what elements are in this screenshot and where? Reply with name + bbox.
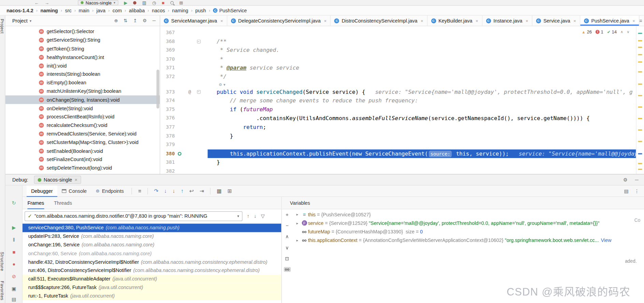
tree-item-method[interactable]: mrecalculateChecksum():void [5, 121, 160, 130]
run-icon[interactable]: ▶ [124, 0, 127, 5]
tree-item-method[interactable]: monChange(String, Instances):void [5, 96, 160, 104]
pause-icon[interactable]: ‖ [5, 237, 23, 243]
tree-item-method[interactable]: mgetToken():String [5, 44, 160, 53]
code-line[interactable]: 371 * @param service service [160, 63, 636, 72]
editor-gutter[interactable]: 372 [160, 72, 207, 81]
run-to-cursor-icon[interactable]: ⇥ [197, 188, 207, 194]
variable-row[interactable]: ▸≡this = {PushService@10527} [294, 210, 644, 219]
stripe-mark[interactable] [638, 71, 642, 73]
editor-gutter[interactable]: 375 [160, 105, 207, 114]
stop-icon[interactable]: ■ [5, 249, 23, 255]
filter-frames-icon[interactable]: ▽ [261, 213, 264, 219]
panel-divider[interactable] [160, 16, 160, 174]
fold-marker-icon[interactable]: − [197, 40, 201, 43]
breadcrumb-item[interactable]: nacos [152, 8, 165, 13]
code-line[interactable]: 367 [160, 28, 636, 37]
project-scrollbar[interactable] [156, 70, 159, 109]
close-icon[interactable]: × [476, 18, 478, 23]
code-line[interactable]: 377 return; [160, 123, 636, 132]
error-stripe[interactable] [636, 26, 644, 174]
editor-gutter[interactable]: 371 [160, 63, 207, 72]
tool-button-structure[interactable]: Structure [0, 252, 5, 271]
editor-tab[interactable]: CService.java× [532, 16, 580, 26]
stripe-mark[interactable] [638, 40, 642, 42]
editor-gutter[interactable]: 370 [160, 55, 207, 64]
tool-button-favorites[interactable]: Favorites [0, 281, 5, 301]
code-vision-inlay[interactable]: ⚙▾ [160, 81, 636, 87]
stop-icon[interactable]: ■ [162, 0, 164, 5]
stripe-mark[interactable] [638, 106, 642, 108]
stack-frame-row[interactable]: handle:432, DistroConsistencyServiceImpl… [23, 258, 281, 266]
editor-tab[interactable]: CInstance.java× [482, 16, 532, 26]
code-line[interactable]: 368−/** [160, 37, 636, 46]
more-icon[interactable]: ⋮ [634, 188, 639, 194]
code-line[interactable]: 380 this.applicationContext.publishEvent… [160, 149, 636, 158]
code-line[interactable]: 372 */ [160, 72, 636, 81]
profiler-icon[interactable]: ◷ [152, 0, 156, 5]
variable-row[interactable]: ▸oothis.applicationContext = {Annotation… [294, 236, 644, 244]
code-line[interactable]: 381} [160, 158, 636, 167]
thread-selector[interactable]: ✓ "com.alibaba.nacos.naming.distro.notif… [25, 211, 242, 221]
forward-icon[interactable]: → [45, 0, 49, 5]
breadcrumb-item[interactable]: CPushService [213, 8, 247, 13]
stack-frame-row[interactable]: run$$$capture:266, FutureTask(java.util.… [23, 283, 281, 292]
stripe-mark[interactable] [638, 141, 642, 142]
stripe-mark[interactable] [638, 153, 642, 155]
tree-item-method[interactable]: mprocessClientBeat(RsInfo):void [5, 113, 160, 121]
code-line[interactable]: 373@−public void serviceChanged(Service … [160, 87, 636, 96]
tool-button-project[interactable]: Project [0, 19, 5, 33]
editor-tab[interactable]: CKeyBuilder.java× [427, 16, 482, 26]
tree-item-method[interactable]: minit():void [5, 61, 160, 70]
back-icon[interactable]: ← [34, 0, 39, 5]
stripe-mark[interactable] [638, 95, 642, 96]
tree-item-method[interactable]: mgetSelector():Selector [5, 27, 160, 36]
next-frame-icon[interactable]: ↓ [254, 213, 256, 219]
editor-tab[interactable]: CDistroConsistencyServiceImpl.java× [331, 16, 427, 26]
tree-item-method[interactable]: msetFinalizeCount(int):void [5, 155, 160, 164]
code-line[interactable]: 379 [160, 141, 636, 149]
debug-session-tab[interactable]: Nacos-single × [34, 176, 81, 184]
tree-item-method[interactable]: mmatchUnlistenKey(String):boolean [5, 87, 160, 96]
tab-console[interactable]: Console [57, 185, 91, 197]
code-line[interactable]: 369 * Service changed. [160, 46, 636, 55]
move-watch-down-icon[interactable]: ∨ [285, 245, 289, 251]
tree-item-method[interactable]: mhealthyInstanceCount():int [5, 53, 160, 61]
tree-item-method[interactable]: mgetServiceString():String [5, 36, 160, 44]
code-line[interactable]: 375 if (futureMap [160, 105, 636, 114]
hide-panel-icon[interactable]: ─ [635, 177, 639, 183]
breadcrumb-item[interactable]: src [65, 8, 71, 13]
rerun-icon[interactable]: ↻ [5, 200, 23, 206]
gear-icon[interactable]: ⚙ [623, 177, 628, 183]
resume-icon[interactable]: ▶ [5, 225, 23, 231]
hide-panel-icon[interactable]: ─ [153, 18, 156, 24]
editor-gutter[interactable]: 380 [160, 149, 207, 158]
move-watch-up-icon[interactable]: ∧ [285, 234, 289, 240]
step-over-icon[interactable]: ↓ [161, 188, 170, 194]
tree-item-method[interactable]: misEmpty():boolean [5, 78, 160, 87]
stripe-mark[interactable] [638, 33, 642, 34]
stack-frame-row[interactable]: updateIPs:283, Service(com.alibaba.nacos… [23, 232, 281, 241]
prev-frame-icon[interactable]: ↑ [247, 213, 249, 219]
close-icon[interactable]: × [632, 18, 635, 23]
stack-frame-row[interactable]: serviceChanged:380, PushService(com.alib… [23, 223, 281, 232]
close-icon[interactable]: × [573, 18, 576, 23]
expand-chevron-icon[interactable]: ▸ [294, 221, 301, 225]
editor-tab[interactable]: CPushService.java× [580, 16, 639, 26]
gear-icon[interactable]: ⚙ [143, 18, 147, 24]
editor-gutter[interactable]: 381 [160, 158, 207, 167]
mute-breakpoints-icon[interactable]: ⊘ [5, 274, 23, 279]
editor-tab[interactable]: CServiceManager.java× [160, 16, 227, 26]
editor-gutter[interactable]: 373@− [160, 87, 207, 96]
locate-file-icon[interactable]: ⊕ [114, 18, 118, 24]
view-breakpoints-icon[interactable]: ● [5, 261, 23, 267]
view-link[interactable]: View [601, 237, 612, 243]
layout-restore-icon[interactable]: ≡ [135, 188, 144, 194]
breadcrumb-item[interactable]: com [113, 8, 122, 13]
layout-settings-icon[interactable]: ▤ [624, 188, 629, 194]
tab-debugger[interactable]: Debugger [27, 185, 57, 197]
stripe-mark[interactable] [638, 163, 642, 164]
close-icon[interactable]: × [526, 18, 528, 23]
breadcrumb-item[interactable]: main [78, 8, 89, 13]
code-line[interactable]: 378 } [160, 132, 636, 141]
thread-dump-camera-icon[interactable]: ▣ [5, 286, 23, 292]
